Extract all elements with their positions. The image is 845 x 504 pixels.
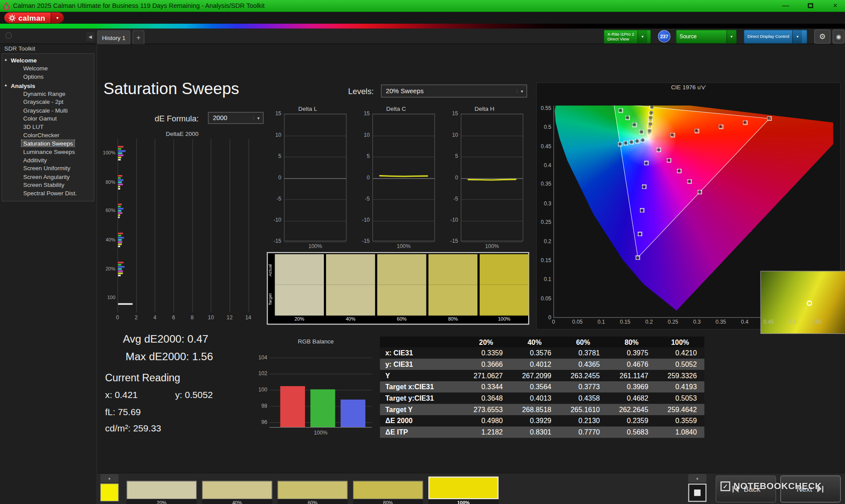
x-axis-label: 100% <box>284 243 346 249</box>
y-tick-label: 102 <box>254 370 268 376</box>
cell-value: 0.2130 <box>559 417 607 425</box>
measured-marker <box>648 129 651 133</box>
item-label: Spectral Power Dist. <box>22 190 78 197</box>
cie-plot <box>554 106 834 318</box>
y-tick-label: -5 <box>442 195 458 201</box>
bar-red <box>280 386 305 427</box>
cell-value: 0.3344 <box>462 383 510 391</box>
patch-button-100[interactable]: 100% <box>428 477 498 504</box>
sidebar-item-color-gamut[interactable]: Color Gamut <box>2 115 94 123</box>
gridline <box>285 157 346 157</box>
sidebar-item-options[interactable]: Options <box>2 73 94 81</box>
measured-marker <box>640 130 643 134</box>
levels-select[interactable]: 20% Sweeps ▼ <box>381 84 527 97</box>
cell-value: 0.8301 <box>511 428 559 436</box>
pattern-icon <box>694 489 701 496</box>
next-button[interactable]: Next <box>780 475 841 502</box>
x-tick-label: 0.55 <box>809 319 824 325</box>
sidebar-item-welcome[interactable]: Welcome <box>2 65 94 73</box>
x-tick-label: 0.4 <box>737 319 752 325</box>
gridline <box>285 199 346 200</box>
gridline <box>285 220 346 221</box>
workspace-button[interactable]: ◉ <box>833 29 845 44</box>
sidebar-item-saturation-sweeps[interactable]: Saturation Sweeps <box>2 139 94 148</box>
y-tick-label: -10 <box>442 217 458 223</box>
sidebar-item-3d-lut[interactable]: 3D LUT <box>2 123 94 131</box>
display-control-button[interactable]: Direct Display Control ▼ <box>744 29 807 44</box>
patch-color <box>202 481 272 499</box>
patch-button-20[interactable]: 20% <box>127 481 197 504</box>
cell-value: 0.4980 <box>462 417 510 425</box>
cell-value: 0.3975 <box>607 349 656 357</box>
row-label: ΔE 2000 <box>380 417 462 425</box>
cell-value: 0.3576 <box>511 349 559 357</box>
minimize-button[interactable]: — <box>780 0 791 12</box>
measured-marker <box>630 140 633 144</box>
y-tick-label: 0.3 <box>537 200 551 206</box>
item-label: Options <box>22 73 45 80</box>
y-tick-label: -5 <box>265 195 281 201</box>
cell-value: 0.5053 <box>656 394 704 402</box>
sidebar-item-grayscale-multi[interactable]: Grayscale - Multi <box>2 106 94 115</box>
max-de-stat: Max dE2000: 1.56 <box>125 351 213 363</box>
y-tick-label: 80% <box>101 179 115 184</box>
sidebar-collapse-button[interactable]: ◀ <box>86 32 94 41</box>
x-axis-label: 100% <box>269 430 372 435</box>
swatch-20: 20% <box>275 254 323 316</box>
settings-button[interactable]: ⚙ <box>814 29 830 44</box>
y-tick-label: 98 <box>254 402 268 408</box>
maximize-button[interactable] <box>805 0 816 12</box>
patch-button-80[interactable]: 80% <box>353 481 423 504</box>
meter-select-button[interactable]: X-Rite i1Pro 2 Direct View ▼ <box>603 29 651 44</box>
x-tick-label: 0.05 <box>570 319 585 325</box>
sidebar-item-dynamic-range[interactable]: Dynamic Range <box>2 90 94 98</box>
sidebar-item-luminance-sweeps[interactable]: Luminance Sweeps <box>2 148 94 156</box>
patch-color <box>428 477 498 499</box>
patch-panel-handle[interactable]: ▲ <box>100 474 119 483</box>
measured-marker <box>650 106 654 109</box>
chevron-down-icon[interactable]: ▼ <box>792 30 802 43</box>
bar-blue <box>341 400 365 427</box>
cell-value: 265.1610 <box>559 405 607 413</box>
sidebar-item-additivity[interactable]: Additivity <box>2 156 94 164</box>
swatch-actual <box>326 254 375 285</box>
tree-section-welcome[interactable]: ▴Welcome <box>2 56 94 65</box>
de-formula-select[interactable]: 2000 ▼ <box>208 112 264 124</box>
y-tick-label: 0 <box>442 174 458 180</box>
chevron-down-icon[interactable]: ▼ <box>637 30 647 43</box>
results-table: 20%40%60%80%100%x: CIE310.33590.35760.37… <box>380 336 704 438</box>
nav-panel-handle[interactable]: ▲ <box>688 474 707 483</box>
sidebar-item-grayscale-2pt[interactable]: Grayscale - 2pt <box>2 98 94 106</box>
sidebar-item-screen-angularity[interactable]: Screen Angularity <box>2 173 94 181</box>
x-axis-labels: 02468101214 <box>118 129 257 326</box>
pattern-window-button[interactable] <box>688 484 707 502</box>
patch-button-60[interactable]: 60% <box>278 481 348 504</box>
gridline <box>285 242 346 242</box>
patch-strip: 20%40%60%80%100% <box>127 477 499 504</box>
column-header: 100% <box>656 338 704 346</box>
calman-menu-button[interactable]: calman ▼ <box>4 12 64 23</box>
back-button[interactable]: Back <box>716 475 776 502</box>
tab-history-1[interactable]: History 1 <box>97 30 130 44</box>
y-tick-label: 20% <box>101 266 115 271</box>
sidebar-item-screen-stability[interactable]: Screen Stability <box>2 181 94 190</box>
gridline <box>269 357 372 358</box>
swatch-target <box>275 285 323 316</box>
chevron-down-icon[interactable]: ▼ <box>727 30 736 43</box>
measured-marker <box>649 122 652 126</box>
patch-button-40[interactable]: 40% <box>202 481 272 504</box>
add-tab-button[interactable]: + <box>132 30 144 44</box>
chevron-down-icon[interactable]: ▼ <box>51 12 63 23</box>
measured-marker <box>670 133 674 137</box>
sidebar-item-spectral-power-dist[interactable]: Spectral Power Dist. <box>2 190 94 198</box>
cell-value: 0.5683 <box>607 428 656 436</box>
sidebar-item-colorchecker[interactable]: ColorChecker <box>2 131 94 140</box>
x-tick-label: 0.35 <box>713 319 728 325</box>
tree-section-analysis[interactable]: ▴Analysis <box>2 81 94 90</box>
item-label: Screen Stability <box>22 182 66 188</box>
x-tick-label: 12 <box>224 314 235 320</box>
close-button[interactable]: × <box>830 0 841 12</box>
sidebar-item-screen-uniformity[interactable]: Screen Uniformity <box>2 164 94 173</box>
source-select-button[interactable]: Source ▼ <box>676 29 737 44</box>
x-tick-label: 0.15 <box>617 319 632 325</box>
